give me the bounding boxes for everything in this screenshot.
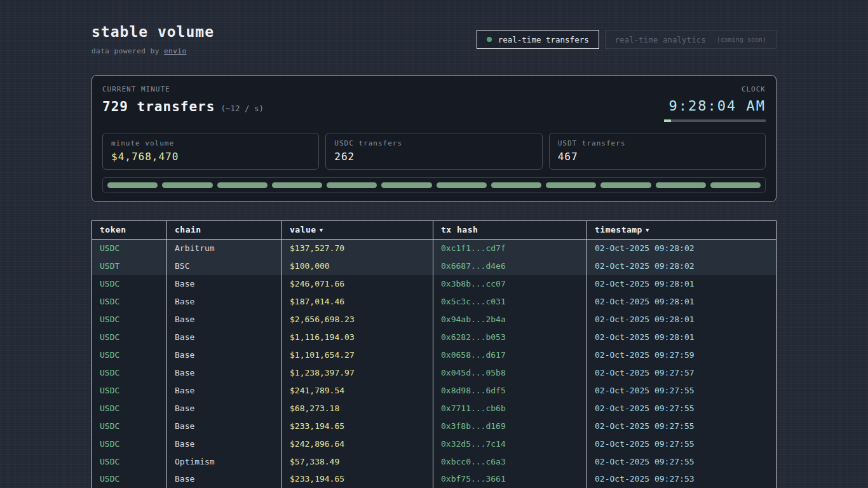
cell-hash[interactable]: 0xbcc0...c6a3 (433, 453, 587, 471)
cell-value: $68,273.18 (282, 400, 433, 417)
cell-timestamp: 02-Oct-2025 09:28:01 (587, 293, 776, 311)
cell-hash[interactable]: 0x7711...cb6b (433, 400, 587, 417)
column-header-timestamp[interactable]: timestamp▼ (587, 221, 776, 240)
stat-label: minute volume (111, 139, 310, 147)
table-row: USDCBase$1,116,194.030x6282...b05302-Oct… (92, 329, 776, 346)
clock-time: 9:28:04 AM (664, 98, 766, 114)
cell-hash[interactable]: 0xc1f1...cd7f (433, 240, 587, 257)
table-row: USDCArbitrum$137,527.700xc1f1...cd7f02-O… (92, 240, 776, 257)
minute-segment (107, 182, 158, 188)
cell-value: $241,789.54 (282, 382, 433, 400)
transfers-rate: (~12 / s) (220, 104, 264, 113)
tab-real-time-analytics[interactable]: real-time analytics (coming soon) (605, 30, 776, 49)
column-header-chain[interactable]: chain (167, 221, 282, 240)
cell-value: $2,656,698.23 (282, 311, 433, 329)
minute-segment (437, 182, 487, 188)
cell-hash[interactable]: 0x0658...d617 (433, 346, 587, 364)
header: stable volume data powered by envio real… (92, 0, 776, 55)
cell-value: $233,194.65 (282, 417, 433, 435)
stat-value: 262 (334, 151, 533, 163)
cell-hash[interactable]: 0xbf75...3661 (433, 471, 587, 488)
cell-timestamp: 02-Oct-2025 09:28:02 (587, 257, 776, 275)
subtitle: data powered by envio (92, 47, 214, 55)
cell-hash[interactable]: 0x6687...d4e6 (433, 257, 587, 275)
cell-timestamp: 02-Oct-2025 09:27:55 (587, 400, 776, 417)
cell-token: USDC (92, 364, 167, 382)
cell-chain: BSC (167, 257, 282, 275)
table-header: tokenchainvalue▼tx hashtimestamp▼ (92, 221, 776, 240)
stat-card-0: minute volume$4,768,470 (102, 133, 319, 170)
cell-token: USDC (92, 346, 167, 364)
stats-row: minute volume$4,768,470USDC transfers262… (102, 133, 766, 170)
stat-value: 467 (558, 151, 757, 163)
cell-token: USDC (92, 435, 167, 453)
cell-timestamp: 02-Oct-2025 09:27:55 (587, 382, 776, 400)
stat-label: USDT transfers (558, 139, 757, 147)
coming-soon-badge: (coming soon) (717, 36, 766, 43)
cell-hash[interactable]: 0x3b8b...cc07 (433, 275, 587, 293)
live-status-dot-icon (487, 37, 492, 42)
tab-transfers-label: real-time transfers (498, 35, 589, 44)
cell-value: $1,238,397.97 (282, 364, 433, 382)
tabs: real-time transfers real-time analytics … (477, 30, 776, 49)
cell-hash[interactable]: 0x5c3c...c031 (433, 293, 587, 311)
table-row: USDCBase$242,896.640x32d5...7c1402-Oct-2… (92, 435, 776, 453)
table-row: USDCOptimism$57,338.490xbcc0...c6a302-Oc… (92, 453, 776, 471)
cell-hash[interactable]: 0x94ab...2b4a (433, 311, 587, 329)
title-block: stable volume data powered by envio (92, 24, 214, 55)
table-row: USDCBase$246,071.660x3b8b...cc0702-Oct-2… (92, 275, 776, 293)
table-row: USDCBase$68,273.180x7711...cb6b02-Oct-20… (92, 400, 776, 417)
table-header-row: tokenchainvalue▼tx hashtimestamp▼ (92, 221, 776, 240)
transfers-count: 729 transfers (102, 99, 215, 114)
current-minute-panel: CURRENT MINUTE 729 transfers (~12 / s) C… (92, 75, 776, 202)
cell-timestamp: 02-Oct-2025 09:27:57 (587, 364, 776, 382)
cell-hash[interactable]: 0x6282...b053 (433, 329, 587, 346)
cell-hash[interactable]: 0x045d...05b8 (433, 364, 587, 382)
minute-segment (710, 182, 761, 188)
cell-hash[interactable]: 0x3f8b...d169 (433, 417, 587, 435)
cell-token: USDT (92, 257, 167, 275)
cell-value: $242,896.64 (282, 435, 433, 453)
tab-analytics-label: real-time analytics (615, 35, 706, 44)
stat-label: USDC transfers (334, 139, 533, 147)
column-header-token[interactable]: token (92, 221, 167, 240)
cell-timestamp: 02-Oct-2025 09:28:01 (587, 329, 776, 346)
cell-value: $1,101,654.27 (282, 346, 433, 364)
cell-token: USDC (92, 417, 167, 435)
envio-link[interactable]: envio (164, 47, 187, 55)
cell-token: USDC (92, 382, 167, 400)
cell-hash[interactable]: 0x8d98...6df5 (433, 382, 587, 400)
current-minute-label: CURRENT MINUTE (102, 85, 264, 93)
page: stable volume data powered by envio real… (92, 0, 776, 488)
cell-hash[interactable]: 0x32d5...7c14 (433, 435, 587, 453)
column-header-value[interactable]: value▼ (282, 221, 433, 240)
cell-chain: Base (167, 346, 282, 364)
minute-segment (217, 182, 268, 188)
stat-value: $4,768,470 (111, 151, 310, 163)
table-row: USDTBSC$100,0000x6687...d4e602-Oct-2025 … (92, 257, 776, 275)
cell-chain: Base (167, 471, 282, 488)
table-row: USDCBase$233,194.650xbf75...366102-Oct-2… (92, 471, 776, 488)
cell-token: USDC (92, 275, 167, 293)
panel-top: CURRENT MINUTE 729 transfers (~12 / s) C… (102, 85, 766, 122)
cell-chain: Base (167, 329, 282, 346)
cell-value: $187,014.46 (282, 293, 433, 311)
cell-timestamp: 02-Oct-2025 09:28:01 (587, 275, 776, 293)
cell-token: USDC (92, 471, 167, 488)
tab-real-time-transfers[interactable]: real-time transfers (477, 30, 599, 49)
minute-segment (491, 182, 541, 188)
cell-chain: Base (167, 311, 282, 329)
stat-card-1: USDC transfers262 (325, 133, 542, 170)
cell-value: $1,116,194.03 (282, 329, 433, 346)
table-row: USDCBase$233,194.650x3f8b...d16902-Oct-2… (92, 417, 776, 435)
cell-chain: Optimism (167, 453, 282, 471)
transfers-line: 729 transfers (~12 / s) (102, 99, 264, 114)
cell-chain: Base (167, 364, 282, 382)
column-header-tx-hash[interactable]: tx hash (433, 221, 587, 240)
cell-chain: Base (167, 382, 282, 400)
cell-token: USDC (92, 293, 167, 311)
table-body: USDCArbitrum$137,527.700xc1f1...cd7f02-O… (92, 240, 776, 488)
cell-timestamp: 02-Oct-2025 09:28:02 (587, 240, 776, 257)
cell-value: $137,527.70 (282, 240, 433, 257)
minute-segments (102, 177, 766, 193)
